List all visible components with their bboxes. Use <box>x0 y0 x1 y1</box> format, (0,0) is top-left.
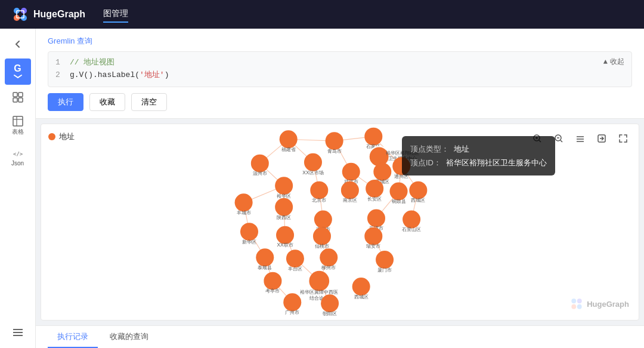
watermark: HugeGraph <box>570 297 629 310</box>
clear-button[interactable]: 清空 <box>131 93 167 111</box>
layout-button[interactable] <box>572 130 589 147</box>
svg-line-124 <box>561 140 562 142</box>
svg-point-93 <box>276 226 294 244</box>
svg-text:西城区: 西城区 <box>354 293 369 299</box>
svg-point-87 <box>367 209 385 227</box>
svg-text:裕华区翼障中西医: 裕华区翼障中西医 <box>300 290 338 295</box>
svg-rect-8 <box>13 93 17 97</box>
sidebar-table-label: 表格 <box>12 128 24 136</box>
svg-text:裕华区: 裕华区 <box>277 193 291 199</box>
svg-point-99 <box>256 248 274 266</box>
svg-point-71 <box>310 181 328 199</box>
svg-text:广州市: 广州市 <box>285 309 299 315</box>
svg-point-116 <box>352 278 370 295</box>
svg-text:厦门市: 厦门市 <box>377 266 392 272</box>
tooltip-id-row: 顶点ID： 裕华区裕翔社区卫生服务中心 <box>410 156 547 170</box>
watermark-text: HugeGraph <box>587 300 629 309</box>
svg-point-79 <box>409 181 427 199</box>
svg-text:</>: </> <box>13 151 23 157</box>
svg-text:温州市: 温州市 <box>253 170 267 176</box>
svg-point-130 <box>577 298 582 303</box>
tooltip-type-label: 顶点类型： <box>410 142 449 156</box>
collapse-button[interactable]: ▲ 收起 <box>603 57 624 67</box>
tooltip-type-value: 地址 <box>454 142 469 156</box>
svg-text:仙桃市: 仙桃市 <box>315 243 329 249</box>
graph-nodes[interactable]: 福建省 青岛市 石家庄 裕华区裕翔社区 卫生服务中心 温州市 XX区市场 武汉市 <box>235 127 428 316</box>
svg-point-91 <box>240 223 258 241</box>
svg-text:铜鼓县: 铜鼓县 <box>391 198 406 204</box>
svg-text:XX联市: XX联市 <box>277 242 293 248</box>
graph-area[interactable]: 地址 <box>41 124 639 321</box>
query-panel: Gremlin 查询 1 // 地址视图 2 g.V().hasLabel('地… <box>36 29 644 119</box>
svg-text:丰城市: 丰城市 <box>237 210 251 215</box>
svg-point-65 <box>373 162 391 180</box>
svg-point-107 <box>309 270 329 291</box>
sidebar-item-overview[interactable] <box>5 87 31 109</box>
hugegraph-logo-icon <box>12 6 29 23</box>
svg-point-54 <box>364 127 382 145</box>
svg-point-83 <box>275 198 293 215</box>
sidebar-item-graph-active[interactable]: G <box>5 58 31 85</box>
svg-point-50 <box>280 130 298 148</box>
svg-text:柳州市: 柳州市 <box>321 264 336 270</box>
svg-rect-9 <box>18 93 23 97</box>
execute-button[interactable]: 执行 <box>48 93 83 111</box>
back-button[interactable] <box>6 35 30 54</box>
sidebar-item-table[interactable]: 表格 <box>5 111 31 141</box>
line-number-2: 2 <box>55 69 63 82</box>
main-layout: G 表格 </> Json <box>0 29 644 348</box>
collect-button[interactable]: 收藏 <box>89 93 125 111</box>
svg-point-73 <box>341 181 359 199</box>
svg-point-105 <box>376 251 394 269</box>
svg-point-85 <box>314 210 332 228</box>
svg-text:西城区: 西城区 <box>411 197 425 203</box>
fullscreen-icon <box>618 134 628 143</box>
svg-text:瑞安市: 瑞安市 <box>366 243 380 249</box>
tooltip-id-value: 裕华区裕翔社区卫生服务中心 <box>446 156 547 170</box>
chevron-down-icon <box>13 74 23 79</box>
svg-point-52 <box>326 132 343 150</box>
svg-text:新华区: 新华区 <box>242 238 256 244</box>
bottom-tabs: 执行记录 收藏的查询 <box>36 325 644 348</box>
content-area: Gremlin 查询 1 // 地址视图 2 g.V().hasLabel('地… <box>36 29 644 348</box>
svg-point-132 <box>577 304 582 309</box>
node-tooltip: 顶点类型： 地址 顶点ID： 裕华区裕翔社区卫生服务中心 <box>402 136 555 176</box>
svg-text:考亭市: 考亭市 <box>265 288 280 294</box>
svg-text:长安区: 长安区 <box>367 195 382 201</box>
sidebar: G 表格 </> Json <box>0 29 36 348</box>
fullscreen-button[interactable] <box>615 130 631 147</box>
svg-point-89 <box>402 210 420 228</box>
svg-point-75 <box>366 179 383 197</box>
json-icon: </> <box>13 148 23 159</box>
svg-rect-12 <box>13 116 23 126</box>
sidebar-item-json[interactable]: </> Json <box>5 143 31 171</box>
back-icon <box>13 39 23 49</box>
collapse-label: 收起 <box>610 57 624 67</box>
svg-point-131 <box>572 304 577 309</box>
svg-point-69 <box>275 177 293 195</box>
svg-point-112 <box>283 293 301 311</box>
svg-point-77 <box>390 182 408 200</box>
svg-text:丰台区: 丰台区 <box>288 265 302 271</box>
svg-point-63 <box>342 162 360 180</box>
code-line-2: 2 g.V().hasLabel('地址') <box>55 69 624 82</box>
tab-execution-records[interactable]: 执行记录 <box>48 327 98 348</box>
share-button[interactable] <box>593 130 610 147</box>
svg-point-59 <box>251 154 269 172</box>
sidebar-menu-icon[interactable] <box>12 327 24 341</box>
svg-point-61 <box>304 153 322 171</box>
code-text: g.V().hasLabel('地址') <box>70 69 169 82</box>
button-row: 执行 收藏 清空 <box>48 93 632 111</box>
nav-graph-management[interactable]: 图管理 <box>103 6 128 23</box>
svg-text:福建省: 福建省 <box>281 146 296 152</box>
code-comment: // 地址视图 <box>70 57 114 69</box>
code-editor[interactable]: 1 // 地址视图 2 g.V().hasLabel('地址') ▲ 收起 <box>48 51 632 87</box>
table-icon <box>13 116 23 127</box>
line-number-1: 1 <box>55 57 63 69</box>
svg-text:南京区: 南京区 <box>343 197 357 203</box>
svg-text:朝阳区: 朝阳区 <box>323 310 337 316</box>
sidebar-json-label: Json <box>11 160 24 167</box>
svg-point-97 <box>364 227 382 245</box>
tooltip-id-label: 顶点ID： <box>410 156 441 170</box>
tab-saved-queries[interactable]: 收藏的查询 <box>100 327 158 348</box>
